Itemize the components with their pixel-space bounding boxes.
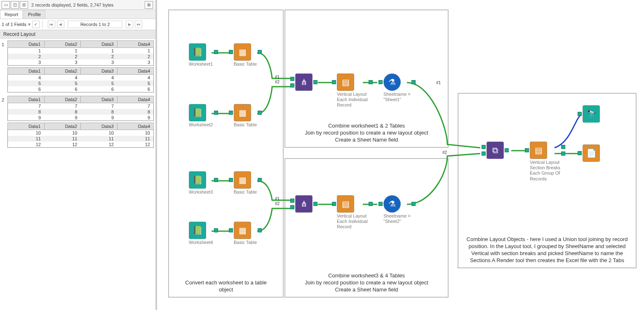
cell: 6: [44, 86, 81, 92]
text-input-icon: 📗: [189, 104, 206, 121]
tool-basic-table-1-label: Basic Table: [234, 62, 257, 67]
anchor[interactable]: [214, 111, 218, 115]
tool-formula-1-label: Sheetname = "Sheet1": [383, 92, 411, 102]
next-icon[interactable]: ▶: [126, 21, 133, 28]
col-header: Data2: [44, 123, 81, 130]
tool-join-1[interactable]: ⋔: [295, 73, 313, 91]
table-row: 3333: [8, 59, 154, 66]
tool-basic-table-1[interactable]: ▦ Basic Table: [234, 43, 257, 67]
check-icon[interactable]: ✔: [32, 21, 40, 28]
container-combine-34-text: Combine worksheet3 & 4 Tables Join by re…: [285, 272, 448, 293]
anchor[interactable]: [411, 202, 416, 206]
anchor[interactable]: [313, 80, 317, 84]
tool-layout-3[interactable]: ▤ Vertical Layout Section Breaks Each Gr…: [530, 142, 560, 182]
anchor-in2-b: #2: [275, 201, 280, 206]
anchor[interactable]: [290, 199, 294, 203]
table-row: 2222: [8, 54, 154, 59]
tool-basic-table-4[interactable]: ▦ Basic Table: [234, 222, 257, 245]
anchor-in2-a: #2: [275, 80, 280, 84]
anchor[interactable]: [378, 202, 383, 206]
last-icon[interactable]: ⏭: [135, 21, 142, 28]
options-icon[interactable]: ⊞: [145, 1, 153, 9]
tool-layout-2[interactable]: ▤ Vertical Layout Each Individual Record: [337, 195, 368, 230]
anchor[interactable]: [411, 80, 416, 84]
cell: 2: [44, 54, 81, 59]
cell: 7: [8, 103, 45, 109]
table-row: 9999: [8, 115, 154, 121]
anchor[interactable]: [214, 228, 218, 232]
anchor[interactable]: [561, 145, 565, 149]
cell: 7: [81, 103, 118, 109]
anchor[interactable]: [290, 205, 294, 209]
col-header: Data4: [117, 123, 154, 130]
anchor[interactable]: [290, 77, 294, 81]
cell: 2: [81, 54, 118, 59]
cell: 3: [81, 59, 118, 66]
table-row: 7777: [8, 103, 154, 109]
tab-report[interactable]: Report: [0, 10, 23, 19]
anchor[interactable]: [378, 80, 383, 84]
tool-browse[interactable]: 🔭: [583, 105, 600, 123]
anchor[interactable]: [332, 80, 336, 84]
cell: 6: [81, 86, 118, 92]
anchor[interactable]: [482, 145, 486, 149]
record-block: 2Data1Data2Data3Data4777788889999Data1Da…: [2, 96, 154, 149]
anchor[interactable]: [229, 178, 233, 182]
anchor[interactable]: [561, 151, 565, 156]
view-split-v-icon[interactable]: ⊟: [20, 1, 28, 9]
tab-profile[interactable]: Profile: [24, 10, 45, 19]
tool-worksheet3[interactable]: 📗 Worksheet3: [189, 171, 213, 195]
workflow-canvas[interactable]: Convert each worksheet to a table object…: [159, 0, 644, 310]
tool-basic-table-2[interactable]: ▦ Basic Table: [234, 104, 257, 128]
anchor[interactable]: [313, 202, 317, 206]
tool-worksheet2[interactable]: 📗 Worksheet2: [189, 104, 213, 128]
tool-join-2[interactable]: ⋔: [295, 195, 313, 213]
anchor[interactable]: [290, 83, 294, 88]
anchor[interactable]: [525, 148, 529, 152]
view-split-h-icon[interactable]: ◫: [11, 1, 19, 9]
table-icon: ▦: [234, 104, 251, 121]
cell: 9: [117, 115, 154, 121]
anchor[interactable]: [229, 50, 233, 54]
anchor[interactable]: [505, 148, 509, 152]
cell: 3: [44, 59, 81, 66]
anchor[interactable]: [578, 112, 582, 116]
records-label[interactable]: Records 1 to 2: [68, 21, 123, 28]
anchor[interactable]: [258, 50, 262, 54]
tool-basic-table-3[interactable]: ▦ Basic Table: [234, 171, 257, 195]
container-convert[interactable]: Convert each worksheet to a table object: [168, 9, 284, 298]
anchor[interactable]: [369, 80, 373, 84]
tool-union[interactable]: ⧉: [487, 142, 504, 159]
anchor[interactable]: [229, 111, 233, 115]
anchor[interactable]: [369, 202, 373, 206]
anchor[interactable]: [578, 151, 582, 155]
cell: 11: [8, 136, 45, 142]
col-header: Data3: [81, 68, 118, 75]
tool-worksheet1[interactable]: 📗 Worksheet1: [189, 43, 213, 67]
prev-icon[interactable]: ◀: [57, 21, 64, 28]
anchor[interactable]: [229, 228, 233, 232]
first-icon[interactable]: ⏮: [48, 21, 55, 28]
layout-icon: ▤: [337, 73, 354, 91]
col-header: Data3: [81, 96, 118, 103]
anchor[interactable]: [482, 151, 486, 156]
cell: 12: [117, 142, 154, 148]
data-table: Data1Data2Data3Data4111122223333: [7, 40, 154, 66]
anchor[interactable]: [258, 178, 262, 182]
cell: 4: [117, 75, 154, 81]
anchor[interactable]: [214, 178, 218, 182]
anchor[interactable]: [214, 50, 218, 54]
tool-formula-1[interactable]: ⚗ Sheetname = "Sheet1": [383, 73, 411, 102]
tool-worksheet4[interactable]: 📗 Worksheet4: [189, 222, 213, 245]
dropdown-icon[interactable]: ▾: [28, 21, 31, 27]
tool-render[interactable]: 📄: [583, 144, 600, 162]
tool-formula-2[interactable]: ⚗ Sheetname = "Sheet2": [383, 195, 411, 224]
anchor[interactable]: [258, 228, 262, 232]
tool-layout-1[interactable]: ▤ Vertical Layout Each Individual Record: [337, 73, 368, 108]
anchor[interactable]: [258, 111, 262, 115]
view-single-icon[interactable]: ▭: [2, 1, 10, 9]
table-row: 8888: [8, 109, 154, 115]
anchor[interactable]: [332, 202, 336, 206]
cell: 3: [8, 59, 45, 66]
cell: 10: [117, 130, 154, 136]
